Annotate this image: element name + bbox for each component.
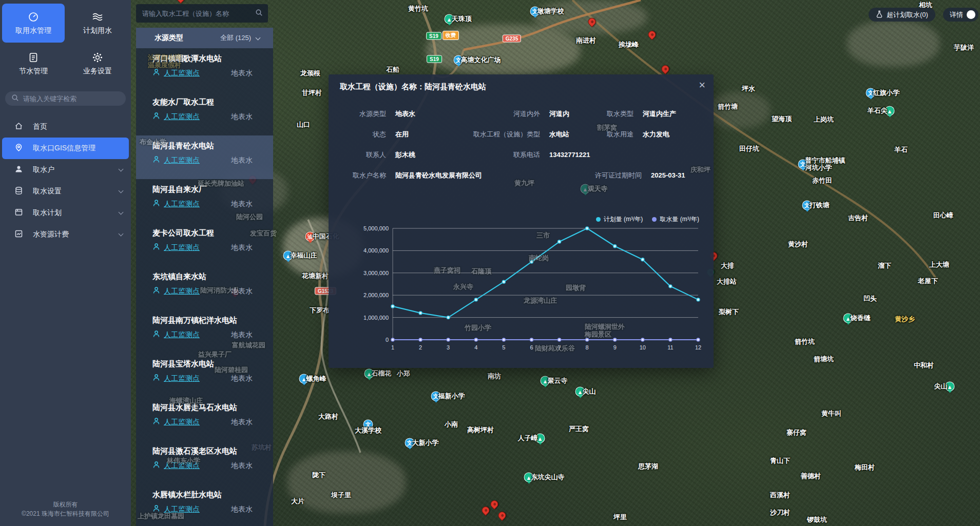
field-label: 取水用途 — [582, 130, 633, 139]
field-label: 取水类型 — [582, 109, 633, 119]
list-item-station[interactable]: 友能水厂取水工程人工监测点地表水 — [136, 92, 273, 135]
source-type-filter[interactable]: 水源类型 全部 (125) — [136, 28, 273, 48]
list-item-station[interactable]: 水唇镇水栏肚水电站人工监测点地表水 — [136, 484, 273, 526]
toggle-knob[interactable] — [967, 10, 975, 19]
map-poi-marker[interactable]: ▲东坑尖山寺 — [524, 473, 534, 482]
chevron-down-icon — [119, 188, 124, 193]
detail-label: 详情 — [950, 10, 963, 20]
station-search[interactable] — [136, 4, 268, 23]
field-value: 地表水 — [386, 109, 454, 119]
person-icon — [152, 286, 160, 296]
sidebar-item-label: 取水户 — [33, 165, 54, 174]
monitor-type-link[interactable]: 人工监测点 — [164, 330, 200, 340]
map-poi-marker[interactable]: ▲螺角峰 — [299, 374, 309, 384]
module-book[interactable]: 节水管理 — [2, 44, 65, 83]
station-meta: 人工监测点地表水 — [152, 330, 253, 340]
map-poi-marker[interactable]: ▲烧香缝 — [843, 314, 853, 323]
station-name: 陆河县宝塔水电站 — [152, 359, 253, 369]
monitor-type-link[interactable]: 人工监测点 — [164, 243, 200, 252]
list-item-station[interactable]: 麦卡公司取水工程人工监测点地表水 — [136, 223, 273, 266]
info-row: 联系人彭木桃联系电话13432771221 — [339, 150, 703, 160]
chevron-down-icon — [119, 167, 124, 172]
map-poi-marker[interactable]: 文福新小学 — [431, 392, 441, 401]
map-poi-marker[interactable]: ▲人子嶂 — [535, 434, 545, 443]
station-meta: 人工监测点地表水 — [152, 199, 253, 209]
sidebar-search[interactable] — [5, 91, 126, 106]
list-item-station[interactable]: 陆河县宝塔水电站人工监测点地表水 — [136, 354, 273, 397]
sidebar-item-bill[interactable]: 水资源计费 — [0, 224, 131, 245]
list-item-station[interactable]: 河口镇唱歌潭水电站人工监测点地表水 — [136, 48, 273, 92]
map-poi-marker[interactable]: ▲尖山 — [575, 387, 585, 397]
list-item-station[interactable]: 陆河县激石溪老区水电站人工监测点地表水 — [136, 441, 273, 484]
detail-toggle[interactable]: 详情 — [943, 8, 978, 22]
person-icon — [152, 68, 160, 78]
list-item-station[interactable]: 陆河县南万镇杞洋水电站人工监测点地表水 — [136, 310, 273, 354]
sidebar-item-pin[interactable]: 取水口GIS信息管理 — [2, 138, 129, 159]
sidebar-search-input[interactable] — [23, 95, 120, 103]
field-label: 水源类型 — [339, 109, 386, 119]
map-poi-marker[interactable]: 文红旗小学 — [866, 88, 876, 98]
monitor-type-link[interactable]: 人工监测点 — [164, 461, 200, 471]
map-poi-marker[interactable]: ▲羊石尖 — [885, 106, 895, 116]
list-item-station[interactable]: 陆河县水唇走马石水电站人工监测点地表水 — [136, 397, 273, 441]
close-icon[interactable]: × — [699, 80, 705, 91]
monitor-type-link[interactable]: 人工监测点 — [164, 200, 200, 209]
monitor-type-link[interactable]: 人工监测点 — [164, 418, 200, 427]
map-poi-marker[interactable]: 文墩塘学校 — [530, 7, 540, 16]
module-label: 计划用水 — [83, 26, 112, 35]
monitor-type-link[interactable]: 人工监测点 — [164, 374, 200, 383]
list-item-station[interactable]: 陆河县自来水厂人工监测点地表水 — [136, 179, 273, 223]
monitor-type-link[interactable]: 人工监测点 — [164, 156, 200, 165]
module-meter[interactable]: 取用水管理 — [2, 4, 65, 43]
map-poi-marker[interactable]: 文大新小学 — [405, 438, 415, 448]
map-poi-marker[interactable]: 油中国石化 — [305, 232, 315, 242]
module-gear[interactable]: 业务设置 — [66, 44, 129, 83]
monitor-type-link[interactable]: 人工监测点 — [164, 69, 200, 78]
map-poi-marker[interactable]: ▲石榴花 — [364, 369, 374, 379]
sidebar-item-db[interactable]: 取水设置 — [0, 181, 131, 202]
station-meta: 人工监测点地表水 — [152, 112, 253, 122]
water-source-type: 地表水 — [231, 243, 253, 252]
legend-item[interactable]: 取水量 (m³/年) — [652, 215, 699, 224]
pin-icon — [14, 143, 23, 153]
over-plan-label: 超计划取水(0) — [887, 10, 928, 20]
search-icon[interactable] — [255, 9, 263, 18]
list-item-station[interactable]: 东坑镇自来水站人工监测点地表水 — [136, 266, 273, 310]
map-poi-marker[interactable]: ▲幸福山庄 — [283, 251, 293, 261]
sidebar-item-user[interactable]: 取水户 — [0, 159, 131, 181]
map-poi-marker[interactable]: ▲聚云寺 — [541, 376, 550, 386]
svg-text:11: 11 — [667, 344, 673, 350]
field-label: 取水工程（设施）类型 — [454, 130, 540, 139]
sidebar-item-home[interactable]: 首页 — [0, 116, 131, 138]
module-waves[interactable]: 计划用水 — [66, 4, 129, 43]
monitor-type-link[interactable]: 人工监测点 — [164, 112, 200, 122]
filter-value[interactable]: 全部 (125) — [220, 33, 251, 43]
sidebar-item-label: 取水口GIS信息管理 — [33, 144, 95, 153]
map-poi-marker[interactable]: ▲天珠顶 — [445, 14, 454, 24]
station-meta: 人工监测点地表水 — [152, 504, 253, 514]
map-poi-marker[interactable]: ▲观天寺 — [581, 184, 590, 194]
svg-text:4,000,000: 4,000,000 — [363, 247, 389, 254]
module-label: 节水管理 — [19, 67, 48, 76]
map-poi-marker[interactable]: ▲尖山 — [945, 382, 955, 392]
station-name: 陆河县激石溪老区水电站 — [152, 446, 253, 456]
legend-item[interactable]: 计划量 (m³/年) — [596, 215, 643, 224]
poi-label: 普宁市船埔镇 河坑小学 — [805, 157, 846, 172]
map-poi-marker[interactable]: 文高塘文化广场 — [454, 55, 464, 65]
map-poi-marker[interactable]: 文打铁塘 — [802, 201, 812, 210]
station-search-input[interactable] — [142, 10, 255, 17]
sidebar-item-plan[interactable]: 取水计划 — [0, 202, 131, 224]
list-item-station[interactable]: 陆河县青砼水电站人工监测点地表水 — [136, 135, 273, 179]
over-plan-button[interactable]: 超计划取水(0) — [869, 8, 935, 22]
monitor-type-link[interactable]: 人工监测点 — [164, 505, 200, 514]
road-badge: S19 — [427, 55, 442, 63]
map-poi-marker[interactable]: 文大溪学校 — [363, 420, 373, 430]
monitor-type-link[interactable]: 人工监测点 — [164, 287, 200, 296]
svg-text:3: 3 — [447, 344, 450, 350]
sidebar: 取用水管理计划用水节水管理业务设置 首页取水口GIS信息管理取水户取水设置取水计… — [0, 0, 131, 526]
road-badge: 收费 — [443, 31, 459, 40]
map-poi-marker[interactable]: 文普宁市船埔镇 河坑小学 — [798, 160, 808, 169]
station-name: 陆河县青砼水电站 — [152, 141, 253, 151]
modal-title: 取水工程（设施）名称：陆河县青砼水电站 — [329, 74, 714, 92]
person-icon — [152, 504, 160, 514]
